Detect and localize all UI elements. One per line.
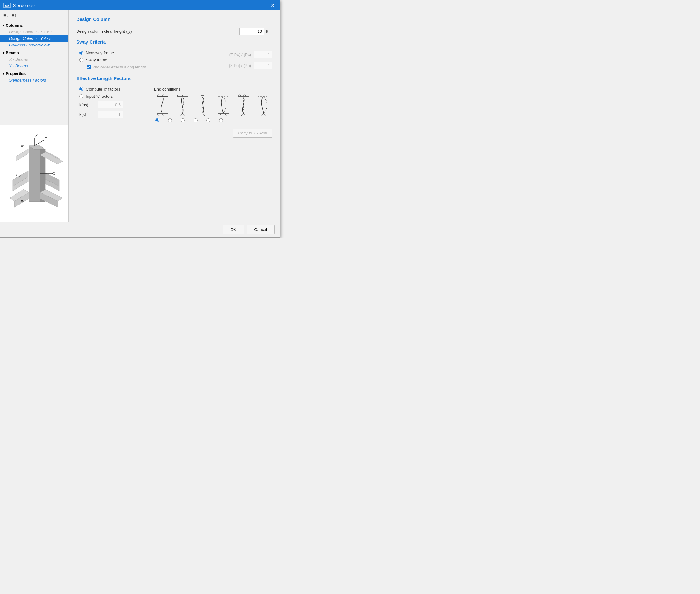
ec-diagram-6 [255, 94, 272, 116]
kns-label: k(ns) [79, 102, 98, 107]
svg-line-40 [165, 114, 166, 115]
elf-divider [76, 82, 272, 82]
main-window: sp Slenderness ✕ ≡↓ ≡↑ ▾ Columns Design … [0, 0, 280, 237]
y-beams-label: Y - Beams [9, 64, 28, 68]
ec-radio-3[interactable] [194, 118, 198, 122]
tree-panel: ▾ Columns Design Column - X Axis Design … [0, 20, 68, 125]
compute-radio[interactable] [79, 87, 83, 91]
ks-label: k(s) [79, 112, 98, 117]
compute-label[interactable]: Compute 'k' factors [86, 87, 120, 92]
elf-title: Effective Length Factors [76, 76, 272, 81]
second-order-label: 2nd order effects along length [93, 65, 146, 69]
tree-item-design-column-x[interactable]: Design Column - X Axis [0, 29, 68, 35]
ec-radio-2[interactable] [181, 118, 185, 122]
nonsway-label[interactable]: Nonsway frame [86, 51, 114, 55]
title-bar: sp Slenderness ✕ [0, 0, 280, 10]
formula1-row: (Σ Pc) / (Pc) [211, 51, 272, 58]
beams-header-label: Beams [6, 51, 19, 55]
cancel-button[interactable]: Cancel [247, 225, 275, 234]
nonsway-radio-row: Nonsway frame [79, 51, 204, 55]
kns-input [98, 101, 123, 108]
input-k-label[interactable]: Input 'k' factors [86, 94, 113, 99]
ks-input [98, 111, 123, 118]
height-row: Design column clear height (ly) ft [76, 28, 272, 35]
properties-section-header[interactable]: ▾ Properties [0, 70, 68, 77]
tree-item-design-column-y[interactable]: Design Column - Y Axis [0, 35, 68, 42]
sway-criteria-title: Sway Criteria [76, 39, 272, 44]
sway-label[interactable]: Sway frame [86, 58, 107, 62]
copy-row: Copy to X - Axis [76, 129, 272, 138]
ec-diagram-2 [174, 94, 191, 116]
elf-left: Compute 'k' factors Input 'k' factors k(… [79, 87, 145, 122]
columns-chevron: ▾ [3, 24, 4, 27]
svg-line-61 [220, 114, 222, 115]
ec-diagram-4 [215, 94, 232, 116]
svg-marker-76 [261, 113, 266, 116]
sway-radio-row: Sway frame [79, 58, 204, 62]
copy-to-x-axis-button[interactable]: Copy to X - Axis [233, 129, 272, 138]
ec-radio-5[interactable] [219, 118, 223, 122]
elf-right: End conditions: [145, 87, 272, 122]
second-order-row: 2nd order effects along length [87, 65, 204, 69]
second-order-checkbox[interactable] [87, 65, 91, 69]
left-panel: ≡↓ ≡↑ ▾ Columns Design Column - X Axis D… [0, 10, 69, 222]
ec-diagram-5 [235, 94, 252, 116]
svg-line-43 [180, 95, 181, 96]
compute-radio-row: Compute 'k' factors [79, 87, 145, 92]
ok-button[interactable]: OK [223, 225, 244, 234]
nonsway-radio[interactable] [79, 51, 83, 55]
svg-line-31 [157, 95, 159, 96]
svg-line-32 [160, 95, 161, 96]
svg-line-62 [223, 114, 224, 115]
x-beams-label: X - Beams [9, 57, 28, 62]
svg-line-44 [182, 95, 184, 96]
height-unit: ft [266, 29, 272, 34]
ec-radio-0[interactable] [155, 118, 159, 122]
ec-radio-4[interactable] [206, 118, 210, 122]
beams-chevron: ▾ [3, 51, 4, 55]
end-conditions-diagrams [154, 94, 272, 116]
input-radio-row: Input 'k' factors [79, 94, 145, 99]
svg-line-33 [162, 95, 164, 96]
app-logo: sp [3, 3, 10, 8]
ec-radio-1[interactable] [168, 118, 172, 122]
tree-item-slenderness-factors[interactable]: Slenderness Factors [0, 77, 68, 84]
window-title: Slenderness [13, 3, 269, 8]
formula2-row: (Σ Pu) / (Pu) [211, 62, 272, 69]
sway-radio[interactable] [79, 58, 83, 62]
columns-header-label: Columns [6, 23, 23, 28]
right-panel: Design Column Design column clear height… [69, 10, 280, 222]
columns-section-header[interactable]: ▾ Columns [0, 22, 68, 29]
beams-section-header[interactable]: ▾ Beams [0, 50, 68, 56]
svg-text:Z: Z [35, 134, 38, 138]
close-button[interactable]: ✕ [269, 2, 277, 9]
design-column-x-label: Design Column - X Axis [9, 30, 51, 34]
properties-chevron: ▾ [3, 72, 4, 75]
svg-line-67 [243, 95, 245, 96]
ec-diagram-3 [195, 94, 212, 116]
end-conditions-label: End conditions: [154, 87, 272, 92]
slenderness-factors-label: Slenderness Factors [9, 78, 46, 82]
tree-item-x-beams[interactable]: X - Beams [0, 56, 68, 63]
design-column-divider [76, 23, 272, 23]
svg-line-16 [35, 140, 44, 146]
design-column-title: Design Column [76, 16, 272, 22]
end-conditions-radio-group [154, 118, 272, 122]
input-k-radio[interactable] [79, 94, 83, 98]
sway-radio-group: Nonsway frame Sway frame 2nd order effec… [79, 51, 204, 69]
formula1-label: (Σ Pc) / (Pc) [211, 52, 251, 57]
svg-line-68 [245, 95, 247, 96]
svg-line-45 [185, 95, 186, 96]
ks-row: k(s) [79, 111, 145, 118]
svg-line-34 [165, 95, 166, 96]
column-diagram-area: Z Y X [0, 125, 68, 222]
svg-marker-53 [201, 113, 205, 116]
sort-down-button[interactable]: ≡↓ [2, 12, 9, 19]
svg-line-39 [162, 114, 164, 115]
svg-rect-6 [29, 146, 40, 202]
sort-up-button[interactable]: ≡↑ [10, 12, 18, 19]
svg-line-37 [157, 114, 159, 115]
tree-item-columns-above-below[interactable]: Columns Above/Below [0, 42, 68, 48]
tree-item-y-beams[interactable]: Y - Beams [0, 63, 68, 69]
height-input[interactable] [239, 28, 264, 35]
